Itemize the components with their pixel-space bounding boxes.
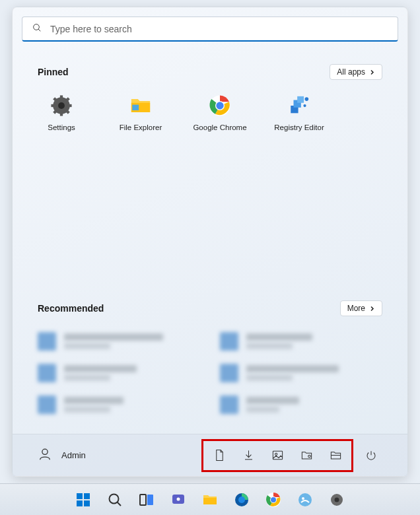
settings-icon: [329, 492, 345, 508]
svg-point-34: [110, 494, 119, 503]
chevron-right-icon: [369, 69, 375, 75]
taskbar: [0, 483, 420, 515]
svg-rect-31: [84, 493, 90, 499]
videos-folder-button[interactable]: [296, 445, 317, 466]
user-icon: [38, 447, 52, 464]
svg-point-47: [302, 497, 304, 500]
folder-icon: [129, 94, 152, 117]
svg-rect-36: [140, 495, 146, 505]
pinned-title: Pinned: [38, 67, 69, 77]
rec-thumb: [220, 332, 238, 351]
search-icon: [107, 492, 123, 508]
windows-icon: [75, 492, 91, 508]
chevron-right-icon: [369, 306, 375, 312]
rec-thumb: [38, 332, 56, 351]
all-apps-label: All apps: [337, 67, 365, 77]
file-explorer-folder-button[interactable]: [325, 445, 346, 466]
svg-point-39: [177, 497, 180, 500]
pinned-app-registry-editor[interactable]: Registry Editor: [275, 94, 323, 131]
more-button[interactable]: More: [340, 300, 382, 316]
svg-point-0: [34, 24, 40, 30]
taskbar-settings-button[interactable]: [324, 487, 350, 513]
downloads-folder-button[interactable]: [238, 445, 259, 466]
chrome-icon: [209, 94, 231, 117]
svg-point-42: [238, 497, 245, 503]
app-label: File Explorer: [120, 123, 162, 131]
power-button[interactable]: [360, 444, 382, 467]
taskbar-task-view-button[interactable]: [133, 487, 160, 513]
svg-rect-32: [77, 500, 83, 506]
recommended-item[interactable]: [38, 332, 200, 351]
start-menu: Pinned All apps Settings File Explorer G…: [12, 7, 408, 477]
power-icon: [365, 450, 377, 462]
svg-point-16: [216, 102, 223, 109]
taskbar-edge-button[interactable]: [228, 487, 255, 513]
rec-thumb: [220, 364, 238, 382]
svg-point-49: [335, 497, 339, 502]
taskbar-chrome-button[interactable]: [260, 487, 287, 513]
app-label: Google Chrome: [193, 123, 246, 131]
user-name: Admin: [61, 450, 86, 460]
taskbar-chat-button[interactable]: [165, 487, 192, 513]
recommended-item[interactable]: [220, 332, 382, 351]
rec-thumb: [38, 364, 56, 382]
footer-actions: [201, 439, 382, 472]
search-box[interactable]: [22, 17, 398, 42]
taskbar-search-button[interactable]: [102, 487, 128, 513]
svg-rect-33: [84, 500, 90, 506]
svg-point-27: [308, 455, 310, 457]
pinned-app-chrome[interactable]: Google Chrome: [196, 94, 244, 131]
svg-line-8: [54, 98, 57, 101]
svg-rect-13: [132, 105, 139, 111]
taskbar-start-button[interactable]: [70, 487, 96, 513]
rec-thumb: [38, 395, 56, 414]
search-input[interactable]: [50, 24, 388, 34]
pinned-app-file-explorer[interactable]: File Explorer: [117, 94, 164, 131]
svg-point-45: [271, 497, 276, 502]
recommended-item[interactable]: [220, 364, 382, 382]
chat-icon: [170, 492, 186, 508]
app-label: Settings: [48, 123, 75, 131]
svg-point-26: [275, 453, 277, 455]
pinned-spacer: [13, 131, 407, 278]
picture-icon: [271, 449, 284, 462]
edge-icon: [234, 492, 250, 508]
document-icon: [213, 449, 226, 462]
task-view-icon: [139, 492, 155, 508]
taskbar-snipping-button[interactable]: [292, 487, 318, 513]
svg-line-35: [118, 502, 122, 506]
snipping-icon: [297, 492, 313, 508]
pinned-app-settings[interactable]: Settings: [38, 94, 85, 131]
recommended-item[interactable]: [220, 395, 382, 414]
app-label: Registry Editor: [274, 123, 324, 131]
svg-rect-25: [273, 451, 282, 460]
svg-point-21: [303, 104, 306, 107]
taskbar-file-explorer-button[interactable]: [197, 487, 223, 513]
all-apps-button[interactable]: All apps: [330, 64, 382, 80]
start-footer: Admin: [13, 434, 407, 476]
svg-point-22: [42, 449, 48, 454]
pictures-folder-button[interactable]: [267, 445, 288, 466]
documents-folder-button[interactable]: [209, 445, 230, 466]
svg-rect-37: [147, 495, 153, 505]
recommended-item[interactable]: [38, 395, 200, 414]
svg-point-3: [58, 102, 65, 109]
recommended-title: Recommended: [38, 303, 104, 314]
folder-icon: [202, 492, 218, 508]
svg-line-11: [66, 98, 69, 101]
svg-rect-30: [77, 493, 83, 499]
user-account[interactable]: Admin: [38, 447, 86, 464]
folder-open-icon: [330, 449, 342, 462]
svg-line-10: [54, 110, 57, 113]
svg-rect-40: [203, 498, 217, 504]
chrome-icon: [265, 492, 281, 508]
pinned-header: Pinned All apps: [13, 64, 407, 80]
svg-point-20: [305, 97, 309, 101]
download-icon: [242, 449, 255, 462]
rec-thumb: [220, 395, 238, 414]
settings-icon: [50, 94, 73, 117]
registry-icon: [288, 94, 310, 117]
recommended-item[interactable]: [38, 364, 200, 382]
recommended-header: Recommended More: [13, 300, 407, 316]
folder-gear-icon: [300, 449, 313, 462]
